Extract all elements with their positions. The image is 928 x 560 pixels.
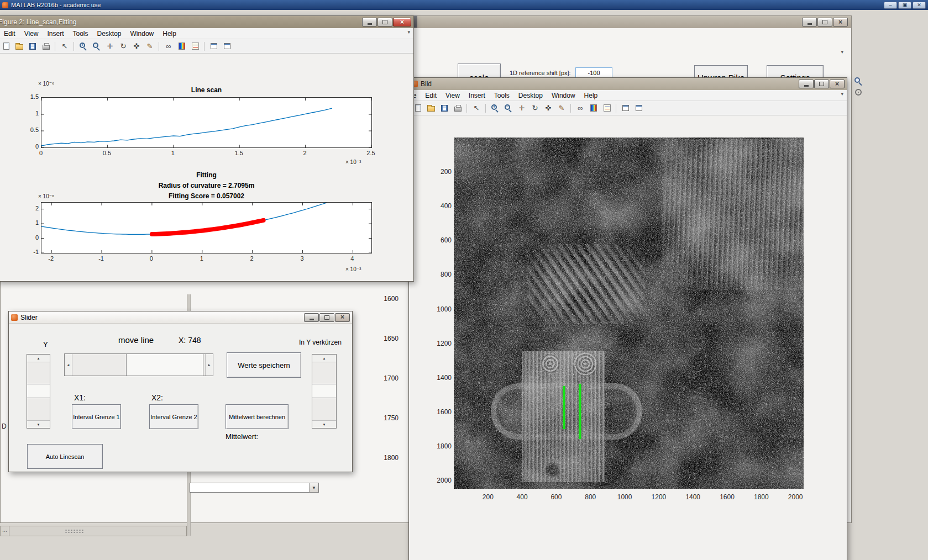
menu-item-insert[interactable]: Insert bbox=[464, 91, 490, 101]
open-file-icon[interactable] bbox=[13, 41, 25, 52]
slider-titlebar[interactable]: Slider × bbox=[9, 311, 352, 324]
link-plot-icon[interactable]: ∞ bbox=[162, 41, 175, 52]
slider-right-arrow[interactable]: ► bbox=[206, 354, 213, 376]
target-icon[interactable] bbox=[855, 89, 862, 96]
slider-track[interactable] bbox=[312, 398, 336, 421]
ref-shift-input[interactable]: -100 bbox=[575, 67, 612, 78]
slider-track[interactable] bbox=[27, 362, 50, 384]
interval-grenze-2-button[interactable]: Interval Grenze 2 bbox=[149, 404, 198, 429]
menu-item-window[interactable]: Window bbox=[126, 29, 159, 39]
slider-up-arrow[interactable]: ▲ bbox=[27, 355, 50, 362]
maximize-button[interactable] bbox=[817, 18, 832, 27]
interval-grenze-1-button[interactable]: Interval Grenze 1 bbox=[72, 404, 121, 429]
y-slider-right[interactable]: ▲ ▼ bbox=[312, 354, 337, 429]
bild-titlebar[interactable]: Bild × bbox=[409, 78, 847, 90]
slider-down-arrow[interactable]: ▼ bbox=[27, 421, 50, 428]
menu-item-view[interactable]: View bbox=[441, 91, 464, 101]
print-figure-icon[interactable] bbox=[40, 41, 52, 52]
insert-legend-icon[interactable] bbox=[189, 41, 201, 52]
show-plot-tools-icon[interactable] bbox=[633, 103, 645, 114]
insert-legend-icon[interactable] bbox=[601, 103, 613, 114]
y-slider-left[interactable]: ▲ ▼ bbox=[27, 354, 50, 429]
slider-track[interactable] bbox=[27, 398, 50, 421]
speckle-image-axes[interactable] bbox=[454, 138, 804, 489]
slider-track[interactable] bbox=[72, 354, 126, 376]
pan-icon[interactable]: ✛ bbox=[516, 103, 528, 114]
fitting-axes[interactable] bbox=[41, 202, 372, 253]
edit-plot-icon[interactable]: ↖ bbox=[470, 103, 483, 114]
menu-item-view[interactable]: View bbox=[20, 29, 43, 39]
zoom-out-icon[interactable]: − bbox=[502, 103, 515, 114]
menu-item-insert[interactable]: Insert bbox=[43, 29, 68, 39]
move-line-slider[interactable]: ◄ ► bbox=[64, 353, 213, 376]
data-cursor-icon[interactable]: ✜ bbox=[542, 103, 554, 114]
slider-thumb[interactable] bbox=[312, 384, 336, 398]
os-titlebar[interactable]: MATLAB R2016b - academic use – ▣ ✕ bbox=[0, 0, 928, 10]
insert-colorbar-icon[interactable] bbox=[176, 41, 188, 52]
figure2-titlebar[interactable]: Figure 2: Line_scan,Fitting × bbox=[0, 16, 413, 28]
menu-item-window[interactable]: Window bbox=[547, 91, 580, 101]
slider-thumb[interactable] bbox=[27, 384, 50, 398]
minimize-button[interactable] bbox=[362, 18, 377, 27]
save-figure-icon[interactable] bbox=[27, 41, 39, 52]
save-figure-icon[interactable] bbox=[438, 103, 450, 114]
close-button[interactable]: × bbox=[393, 18, 411, 27]
minimize-button[interactable] bbox=[799, 80, 814, 88]
brush-icon[interactable]: ✎ bbox=[555, 103, 568, 114]
zoom-in-icon[interactable]: + bbox=[77, 41, 90, 52]
pan-icon[interactable]: ✛ bbox=[104, 41, 116, 52]
print-figure-icon[interactable] bbox=[452, 103, 464, 114]
maximize-button[interactable] bbox=[319, 313, 334, 322]
menu-item-edit[interactable]: Edit bbox=[421, 91, 441, 101]
menu-item-desktop[interactable]: Desktop bbox=[93, 29, 126, 39]
menu-item-help[interactable]: Help bbox=[158, 29, 181, 39]
maximize-button[interactable] bbox=[378, 18, 392, 27]
auto-linescan-button[interactable]: Auto Linescan bbox=[27, 444, 103, 469]
rotate-3d-icon[interactable]: ↻ bbox=[529, 103, 541, 114]
edit-plot-icon[interactable]: ↖ bbox=[59, 41, 71, 52]
zoom-in-icon[interactable]: + bbox=[489, 103, 501, 114]
link-plot-icon[interactable]: ∞ bbox=[574, 103, 586, 114]
restore-button[interactable]: ▣ bbox=[898, 2, 911, 9]
dropdown-arrow-icon[interactable]: ▼ bbox=[309, 483, 318, 492]
menu-item-tools[interactable]: Tools bbox=[69, 29, 93, 39]
brush-icon[interactable]: ✎ bbox=[144, 41, 156, 52]
close-button[interactable]: ✕ bbox=[913, 2, 926, 9]
menu-item-help[interactable]: Help bbox=[580, 91, 602, 101]
maximize-button[interactable] bbox=[814, 80, 829, 88]
minimize-button[interactable] bbox=[304, 313, 319, 322]
minimize-button[interactable] bbox=[802, 18, 817, 27]
minimize-button[interactable]: – bbox=[884, 2, 897, 9]
show-plot-tools-icon[interactable] bbox=[221, 41, 233, 52]
dropdown-fragment[interactable]: ▼ bbox=[190, 483, 319, 493]
menu-item-edit[interactable]: Edit bbox=[0, 29, 20, 39]
slider-down-arrow[interactable]: ▼ bbox=[312, 421, 336, 428]
menu-pulldown-icon[interactable]: ▾ bbox=[407, 29, 410, 35]
insert-colorbar-icon[interactable] bbox=[588, 103, 600, 114]
data-cursor-icon[interactable]: ✜ bbox=[130, 41, 143, 52]
hide-plot-tools-icon[interactable] bbox=[208, 41, 220, 52]
slider-up-arrow[interactable]: ▲ bbox=[312, 355, 336, 362]
werte-speichern-button[interactable]: Werte speichern bbox=[227, 352, 301, 378]
close-button[interactable]: × bbox=[833, 18, 848, 27]
open-file-icon[interactable] bbox=[425, 103, 437, 114]
search-icon[interactable] bbox=[854, 77, 863, 86]
menu-item-desktop[interactable]: Desktop bbox=[514, 91, 547, 101]
slider-left-arrow[interactable]: ◄ bbox=[65, 354, 72, 376]
menu-pulldown-icon[interactable]: ▾ bbox=[841, 49, 843, 55]
line-scan-axes[interactable] bbox=[41, 97, 372, 148]
hide-plot-tools-icon[interactable] bbox=[620, 103, 632, 114]
menu-item-tools[interactable]: Tools bbox=[490, 91, 514, 101]
rotate-3d-icon[interactable]: ↻ bbox=[117, 41, 129, 52]
measurement-line-1[interactable] bbox=[563, 386, 565, 429]
new-figure-icon[interactable] bbox=[0, 41, 12, 52]
resize-grip[interactable] bbox=[65, 529, 83, 533]
slider-track[interactable] bbox=[312, 362, 336, 384]
mittelwert-berechnen-button[interactable]: Mittelwert berechnen bbox=[226, 404, 289, 429]
slider-thumb[interactable] bbox=[126, 354, 203, 376]
measurement-line-2[interactable] bbox=[579, 384, 581, 439]
close-button[interactable]: × bbox=[335, 313, 350, 322]
close-button[interactable]: × bbox=[830, 80, 845, 88]
zoom-out-icon[interactable]: − bbox=[91, 41, 103, 52]
menu-pulldown-icon[interactable]: ▾ bbox=[841, 91, 843, 97]
